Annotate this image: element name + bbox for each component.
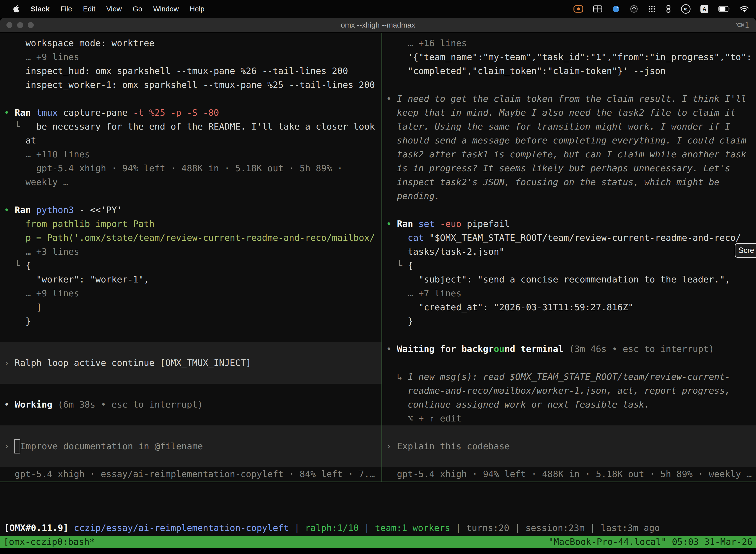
window-bottom-strip [0,548,756,554]
text-segment: › [4,358,15,368]
minimize-button[interactable] [17,22,23,28]
text-segment: • [4,205,15,215]
text-segment: ⌥ + ↑ edit [386,413,461,424]
menu-file[interactable]: File [55,5,78,13]
battery-icon[interactable] [718,6,730,12]
terminal-line [4,92,381,106]
output-block: workspace_mode: worktree … +9 lines insp… [4,36,381,342]
terminal-line [386,356,756,370]
text-segment: ] [4,302,42,312]
terminal-line: readme-and-reco/mailbox/worker-1.json, a… [386,384,756,398]
text-segment: -euo [440,219,467,229]
gauge-icon[interactable]: 61 [681,4,691,14]
terminal-line: "worker": "worker-1", [4,273,381,286]
text-segment: p = Path('.omx/state/team/review-current… [4,233,375,243]
text-segment: … +3 lines [4,246,79,257]
text-segment: capture-pane [63,107,133,118]
terminal-line: • Ran python3 - <<'PY' [4,203,381,217]
zoom-button[interactable] [28,22,34,28]
composer-input-box[interactable]: › Explain this codebase [382,426,756,467]
terminal-line: at [4,133,381,148]
output-block: • Working (6m 38s • esc to interrupt) [4,384,381,426]
menu-edit[interactable]: Edit [78,5,101,13]
menu-bar-left: Slack FileEditViewGoWindowHelp [7,5,210,13]
text-segment: • [386,94,397,104]
text-segment: | [450,523,466,533]
composer-input-box[interactable]: › Improve documentation in @filename [0,426,381,467]
terminal-line: └ { [386,259,756,273]
terminal-line: should send a message before completing … [386,133,756,148]
text-segment: └ [4,121,36,131]
text-segment: ralph:1/10 [305,523,359,533]
recording-indicator-icon[interactable] [573,5,583,13]
text-segment: • [386,344,397,354]
text-segment: should send a message before completing … [397,135,746,146]
terminal-line: pending. [386,189,756,203]
terminal-line: … +9 lines [4,286,381,300]
dark-app-icon[interactable] [630,5,638,13]
terminal-line: "subject": "send a concise recommendatio… [386,273,756,286]
text-segment: Working [15,399,58,409]
window-shortcut-hint: ⌥⌘1 [736,21,756,30]
terminal-line [386,328,756,342]
text-segment: be necessary for the end of the README. … [36,121,375,131]
text-segment: inspect_worker-1: omx sparkshell --tmux-… [4,80,375,90]
menu-view[interactable]: View [101,5,127,13]
terminal-line: gpt-5.4 xhigh · 94% left · 488K in · 5.1… [4,161,381,175]
text-segment: gpt-5.4 xhigh · 94% left · 488K in · 5.1… [386,469,752,479]
apple-menu-icon[interactable] [7,5,25,13]
text-segment: … +7 lines [386,288,461,298]
menu-help[interactable]: Help [184,5,210,13]
text-segment [386,163,397,173]
text-segment: turns:20 [466,523,509,533]
terminal-line: … +9 lines [4,50,381,64]
text-segment: gpt-5.4 xhigh · 94% left · 488K in · 5.1… [4,163,342,173]
text-segment: at [4,135,36,146]
gauge-icon-label: 61 [684,7,688,11]
right-pane[interactable]: … +16 lines '{"team_name":"my-team","tas… [382,33,756,482]
text-segment: "$OMX_TEAM_STATE_ROOT/team/review-curren… [429,233,741,243]
text-segment [386,135,397,146]
terminal-line [386,203,756,217]
menu-window[interactable]: Window [148,5,184,13]
terminal-window: omx --xhigh --madmax ⌥⌘1 workspace_mode:… [0,18,756,554]
blue-app-icon[interactable] [612,5,620,13]
text-segment: (3m 46s • esc to interrupt) [569,344,714,354]
terminal-line [386,78,756,92]
text-segment: set [419,219,440,229]
close-button[interactable] [6,22,12,28]
terminal-line: p = Path('.omx/state/team/review-current… [4,231,381,245]
text-segment: | [509,523,525,533]
text-segment: • [4,399,15,409]
text-segment [386,107,397,118]
text-segment: readme-and-reco/mailbox/worker-1.json, a… [408,385,730,396]
screen-popup[interactable]: Scre [735,243,756,258]
text-segment: Ran [15,205,36,215]
dots-grid-icon[interactable] [648,5,656,13]
text-segment: 1 new msg(s): read $OMX_TEAM_STATE_ROOT/… [408,372,730,382]
text-segment: - <<'PY' [79,205,122,215]
text-segment: … +9 lines [4,288,79,298]
text-segment [386,399,408,409]
text-segment: task2 after task1 is complete, but can I… [397,149,746,159]
menu-bar-status-icons: 61A [573,4,749,14]
rings-icon[interactable] [666,5,671,13]
active-app-name[interactable]: Slack [25,5,55,13]
terminal-line: inspect task2's JSON, focusing on the st… [386,175,756,189]
menu-go[interactable]: Go [127,5,148,13]
ralph-status-box[interactable]: › Ralph loop active continue [OMX_TMUX_I… [0,342,381,384]
text-cursor [15,439,20,453]
terminal-line: continue assigned work or next feasible … [386,398,756,411]
input-source-icon[interactable]: A [700,5,708,13]
text-segment: { [408,260,413,271]
window-titlebar[interactable]: omx --xhigh --madmax ⌥⌘1 [0,18,756,33]
wifi-icon[interactable] [740,5,749,12]
left-pane[interactable]: workspace_mode: worktree … +9 lines insp… [0,33,381,482]
text-segment: is in progress? It seems likely but perh… [397,163,730,173]
text-segment: | [585,523,601,533]
grid-icon[interactable] [593,5,602,12]
terminal-content: workspace_mode: worktree … +9 lines insp… [0,33,756,482]
terminal-line: ⌥ + ↑ edit [386,411,756,426]
hud-pane[interactable]: [OMX#0.11.9] cczip/essay/ai-reimplementa… [0,482,756,536]
text-segment [386,191,397,201]
